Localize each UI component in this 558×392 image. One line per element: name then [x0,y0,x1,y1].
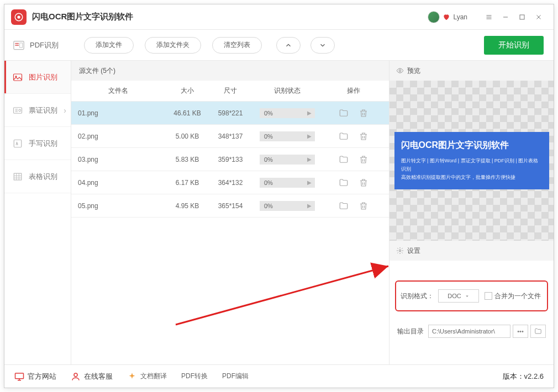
pdf-convert-link[interactable]: PDF转换 [181,372,208,381]
sidebar-item-label: 图片识别 [29,72,57,82]
cell-size: 6.17 KB [165,179,209,187]
table-row[interactable]: 05.png4.95 KB365*1540%▶ [71,194,389,218]
close-button[interactable] [530,9,547,25]
banner-line: 高效精准识别提取图片中的文字，批量操作方便快捷 [401,173,543,182]
start-recognition-button[interactable]: 开始识别 [484,36,544,55]
open-folder-button[interactable] [530,325,546,338]
delete-button[interactable] [357,130,370,142]
table-row[interactable]: 01.png46.61 KB598*2210%▶ [71,102,389,125]
official-site-link[interactable]: 官方网站 [14,372,56,382]
cell-dim: 348*137 [209,133,251,140]
open-folder-button[interactable] [338,177,350,189]
titlebar: 闪电OCR图片文字识别软件 Lyan [4,4,554,30]
pdf-tab-label[interactable]: PDF识别 [30,40,59,50]
source-files-header: 源文件 (5个) [71,61,389,81]
add-file-button[interactable]: 添加文件 [84,37,134,54]
minimize-button[interactable] [497,9,514,25]
open-folder-button[interactable] [338,130,350,142]
open-folder-button[interactable] [338,200,350,212]
cell-filename: 03.png [71,156,165,163]
handwriting-icon [12,138,23,149]
folder-icon [534,327,542,335]
move-down-button[interactable] [310,37,335,54]
cell-dim: 365*154 [209,202,251,210]
sidebar-item-label: 手写识别 [29,139,57,149]
outdir-row: 输出目录 C:\Users\Administrator\ ••• [397,325,546,338]
app-title: 闪电OCR图片文字识别软件 [32,12,133,22]
cell-filename: 02.png [71,133,165,140]
delete-button[interactable] [357,200,370,212]
delete-button[interactable] [357,107,370,119]
sidebar-item-ticket[interactable]: 票证识别 › [4,94,71,127]
user-avatar[interactable] [428,11,440,23]
svg-point-10 [19,109,21,112]
delete-button[interactable] [357,153,370,166]
cell-size: 4.95 KB [165,202,209,210]
add-folder-button[interactable]: 添加文件夹 [145,37,201,54]
table-row[interactable]: 04.png6.17 KB364*1320%▶ [71,171,389,194]
support-icon [71,372,81,382]
sidebar-item-handwriting[interactable]: 手写识别 [4,127,71,160]
bottombar: 官方网站 在线客服 文档翻译 PDF转换 PDF编辑 版本：v2.2.6 [4,364,554,388]
outdir-field[interactable]: C:\Users\Administrator\ [428,325,510,338]
progress-bar: 0%▶ [260,131,315,141]
cell-filename: 05.png [71,202,165,210]
merge-label: 合并为一个文件 [494,292,541,301]
sidebar-item-label: 表格识别 [29,172,57,182]
table-row[interactable]: 02.png5.00 KB348*1370%▶ [71,125,389,148]
doc-translate-link[interactable]: 文档翻译 [127,372,167,382]
menu-button[interactable] [481,9,497,25]
cell-filename: 04.png [71,179,165,187]
cell-size: 5.00 KB [165,133,209,140]
pdf-icon [13,40,24,50]
move-up-button[interactable] [276,37,301,54]
col-dimensions: 尺寸 [209,86,251,96]
pdf-edit-link[interactable]: PDF编辑 [222,372,249,381]
username[interactable]: Lyan [453,13,467,21]
play-icon: ▶ [307,179,312,186]
chevron-right-icon: › [64,106,66,115]
open-folder-button[interactable] [338,153,350,166]
svg-rect-6 [20,43,23,47]
sidebar: 图片识别 票证识别 › 手写识别 表格识别 [4,61,71,364]
col-ops: 操作 [323,86,384,96]
format-label: 识别格式： [401,292,434,301]
file-table: 文件名 大小 尺寸 识别状态 操作 01.png46.61 KB598*2210… [71,81,389,218]
progress-bar: 0%▶ [260,108,315,118]
support-link[interactable]: 在线客服 [71,372,113,382]
vip-icon [442,13,451,22]
sparkle-icon [127,372,137,382]
cell-dim: 359*133 [209,156,251,163]
table-row[interactable]: 03.png5.83 KB359*1330%▶ [71,148,389,171]
svg-point-14 [399,250,401,252]
svg-rect-12 [14,173,22,180]
format-select[interactable]: DOC [438,289,479,303]
progress-bar: 0%▶ [260,155,315,165]
cell-dim: 364*132 [209,179,251,187]
preview-image: 闪电OCR图片文字识别软件 图片转文字 | 图片转Word | 票证文字提取 |… [389,81,554,241]
table-icon [12,171,23,182]
merge-checkbox[interactable] [485,292,492,300]
sidebar-item-label: 票证识别 [29,105,57,115]
progress-bar: 0%▶ [260,178,315,188]
monitor-icon [14,372,24,382]
open-folder-button[interactable] [338,107,350,119]
more-button[interactable]: ••• [513,325,528,338]
cell-filename: 01.png [71,109,165,117]
preview-header: 预览 [389,61,554,81]
svg-point-13 [399,70,401,72]
settings-header: 设置 [389,241,554,261]
svg-rect-2 [520,15,524,19]
maximize-button[interactable] [514,9,530,25]
delete-button[interactable] [357,177,370,189]
outdir-label: 输出目录 [397,327,424,336]
banner-title: 闪电OCR图片文字识别软件 [401,140,543,151]
col-status: 识别状态 [251,86,323,96]
ticket-icon [12,105,23,116]
svg-rect-7 [14,74,22,81]
banner-line: 图片转文字 | 图片转Word | 票证文字提取 | PDF识别 | 图片表格识… [401,157,543,174]
sidebar-item-table[interactable]: 表格识别 [4,160,71,193]
sidebar-item-image[interactable]: 图片识别 [4,61,71,94]
play-icon: ▶ [307,203,312,209]
clear-list-button[interactable]: 清空列表 [212,37,262,54]
